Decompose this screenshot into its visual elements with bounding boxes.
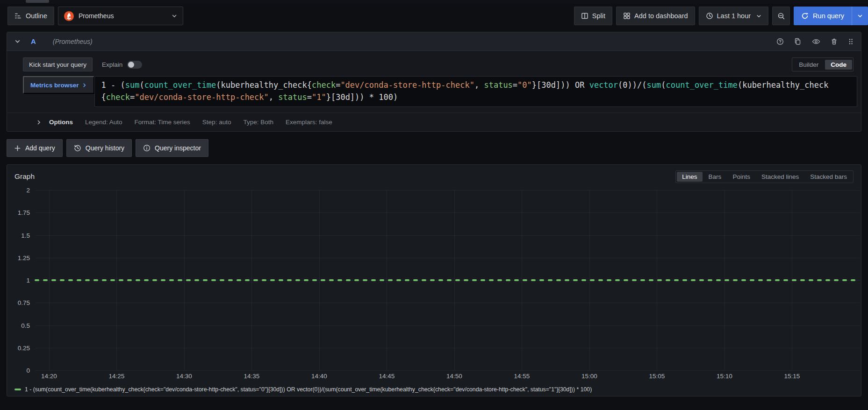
chevron-down-icon	[756, 14, 761, 19]
history-icon	[74, 144, 81, 152]
drag-handle-icon[interactable]	[848, 38, 854, 45]
x-tick-label: 14:25	[109, 373, 125, 380]
x-tick-label: 14:20	[41, 373, 57, 380]
time-range-picker[interactable]: Last 1 hour	[699, 7, 769, 25]
gridline-horizontal	[36, 370, 860, 371]
top-edge	[0, 0, 868, 4]
option-exemplars: Exemplars: false	[286, 119, 332, 126]
chevron-down-icon	[172, 13, 177, 19]
mode-lines[interactable]: Lines	[677, 172, 702, 182]
run-query-caret[interactable]	[852, 7, 868, 25]
graph-panel: Graph Lines Bars Points Stacked lines St…	[7, 164, 861, 396]
split-label: Split	[592, 12, 605, 20]
toolbar-right-group: Split Add to dashboard Last 1 hour	[574, 7, 868, 25]
query-row-actions	[776, 38, 854, 45]
copy-icon[interactable]	[794, 38, 802, 45]
mode-stacked-bars[interactable]: Stacked bars	[805, 172, 852, 182]
y-tick-label: 1.5	[21, 232, 30, 239]
graph-title: Graph	[14, 172, 35, 181]
chevron-right-icon[interactable]	[36, 120, 42, 125]
y-tick-label: 0	[26, 367, 30, 374]
y-tick-label: 1	[26, 277, 30, 284]
x-tick-label: 14:55	[514, 373, 530, 380]
eye-icon[interactable]	[812, 38, 820, 45]
mode-points[interactable]: Points	[727, 172, 755, 182]
query-editor-toolbar: Kick start your query Explain Builder Co…	[7, 51, 861, 71]
mode-bars[interactable]: Bars	[703, 172, 727, 182]
query-datasource-hint: (Prometheus)	[53, 38, 93, 45]
toggle-knob	[128, 62, 134, 68]
y-tick-label: 2	[26, 187, 30, 194]
split-icon	[581, 12, 588, 20]
datasource-name: Prometheus	[79, 12, 114, 20]
run-query-button[interactable]: Run query	[794, 7, 868, 25]
outline-button[interactable]: Outline	[7, 7, 54, 25]
editor-mode-toggle: Builder Code	[792, 57, 854, 71]
y-tick-label: 0.5	[21, 322, 30, 329]
outline-label: Outline	[26, 12, 47, 20]
series-line	[36, 190, 860, 370]
top-edge-tab	[26, 0, 49, 3]
y-tick-label: 1.75	[18, 209, 30, 216]
option-step: Step: auto	[202, 119, 231, 126]
option-legend: Legend: Auto	[85, 119, 122, 126]
kick-start-button[interactable]: Kick start your query	[23, 57, 93, 71]
query-inspector-button[interactable]: Query inspector	[136, 139, 208, 157]
search-minus-icon	[777, 12, 785, 20]
kick-start-label: Kick start your query	[29, 61, 86, 68]
options-label[interactable]: Options	[49, 119, 73, 126]
query-history-button[interactable]: Query history	[66, 139, 132, 157]
run-query-label: Run query	[813, 12, 844, 20]
x-tick-label: 15:10	[717, 373, 732, 380]
code-tab[interactable]: Code	[825, 60, 852, 70]
metrics-browser-label: Metrics browser	[30, 82, 79, 89]
x-tick-label: 14:45	[379, 373, 395, 380]
metrics-browser-button[interactable]: Metrics browser	[23, 76, 94, 94]
y-axis-labels: 21.751.51.2510.750.50.250	[7, 190, 36, 370]
add-query-button[interactable]: Add query	[7, 139, 63, 157]
info-circle-icon	[143, 144, 151, 152]
split-button[interactable]: Split	[574, 7, 612, 25]
y-tick-label: 0.75	[18, 299, 30, 306]
collapse-chevron-icon[interactable]	[14, 38, 21, 44]
x-tick-label: 15:05	[649, 373, 665, 380]
help-icon[interactable]	[776, 38, 784, 45]
x-tick-label: 14:50	[446, 373, 462, 380]
legend-series-swatch	[14, 389, 21, 390]
prometheus-icon	[64, 11, 74, 21]
promql-editor-row: Metrics browser 1 - (sum(count_over_time…	[7, 71, 861, 107]
clock-icon	[706, 12, 713, 20]
explain-label: Explain	[102, 61, 122, 68]
explore-toolbar: Outline Prometheus Split Add to	[7, 7, 868, 25]
add-to-dashboard-button[interactable]: Add to dashboard	[616, 7, 695, 25]
run-query-main[interactable]: Run query	[794, 7, 852, 25]
query-actions-row: Add query Query history Query inspector	[7, 139, 861, 157]
promql-editor[interactable]: 1 - (sum(count_over_time(kuberhealthy_ch…	[94, 76, 857, 107]
x-tick-label: 15:15	[784, 373, 800, 380]
mode-stacked-lines[interactable]: Stacked lines	[756, 172, 804, 182]
legend-item[interactable]: 1 - (sum(count_over_time(kuberhealthy_ch…	[14, 386, 592, 393]
builder-tab[interactable]: Builder	[793, 60, 824, 70]
query-options-row[interactable]: Options Legend: Auto Format: Time series…	[7, 113, 861, 131]
query-row-header[interactable]: A (Prometheus)	[7, 32, 861, 51]
graph-mode-selector: Lines Bars Points Stacked lines Stacked …	[675, 170, 854, 183]
x-tick-label: 14:35	[244, 373, 260, 380]
x-tick-label: 15:00	[581, 373, 597, 380]
chevron-right-icon	[82, 83, 87, 88]
x-tick-label: 14:30	[176, 373, 192, 380]
y-tick-label: 1.25	[18, 254, 30, 261]
y-tick-label: 0.25	[18, 344, 30, 351]
zoom-out-button[interactable]	[772, 7, 790, 25]
query-inspector-label: Query inspector	[155, 144, 201, 152]
chart-plot-area[interactable]	[36, 190, 860, 370]
outline-icon	[14, 12, 22, 20]
add-query-label: Add query	[25, 144, 55, 152]
trash-icon[interactable]	[831, 38, 838, 45]
apps-icon	[623, 12, 631, 20]
datasource-picker[interactable]: Prometheus	[58, 7, 183, 25]
x-axis-labels: 14:2014:2514:3014:3514:4014:4514:5014:55…	[36, 373, 860, 382]
explain-toggle[interactable]	[127, 61, 142, 69]
add-to-dashboard-label: Add to dashboard	[634, 12, 688, 20]
query-editor-panel: A (Prometheus) Kick start your query	[7, 32, 861, 132]
query-ref-id[interactable]: A	[31, 37, 36, 45]
